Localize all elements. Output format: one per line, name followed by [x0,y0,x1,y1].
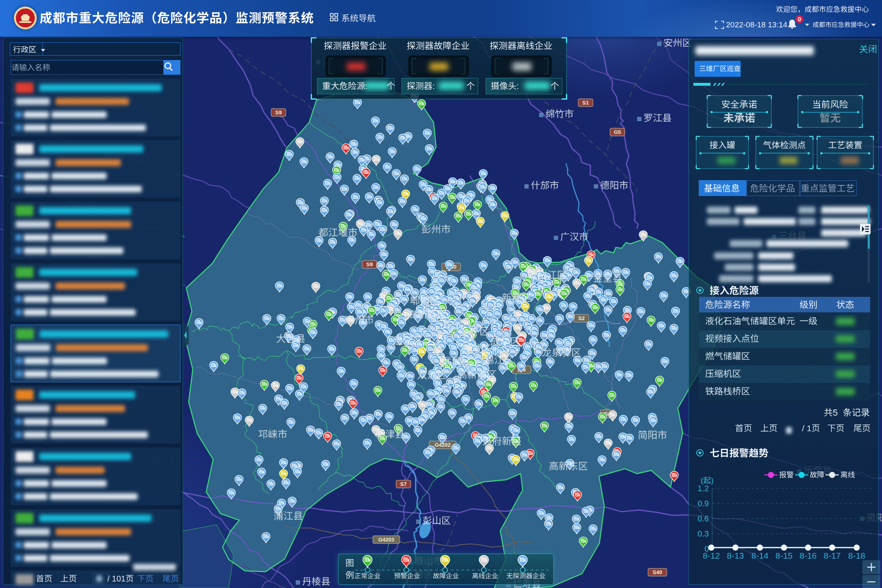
svg-text:S40: S40 [653,569,662,575]
svg-text:S7: S7 [400,481,407,487]
svg-text:S9: S9 [275,109,282,116]
svg-text:S2: S2 [578,315,585,321]
svg-text:G5: G5 [614,129,621,135]
svg-text:S1: S1 [582,100,589,106]
svg-text:S9: S9 [366,261,373,267]
svg-text:G4203: G4203 [378,537,394,543]
